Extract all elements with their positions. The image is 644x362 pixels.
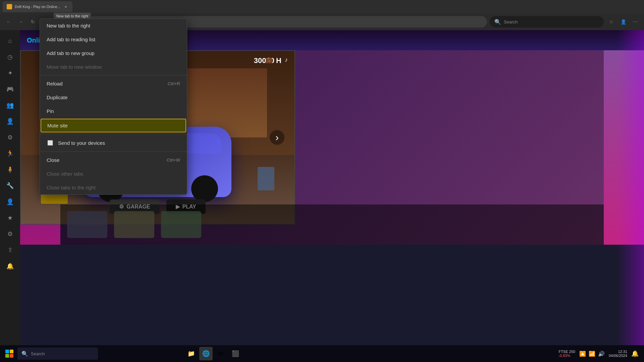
sidebar: ⌂ ◷ ✦ 🎮 👥 👤 ⚙ 🏃 🧍 🔧 👤 ★ ⚙ ⇧ 🔔 (0, 30, 20, 345)
menu-label-add-reading-list: Add tab to reading list (47, 37, 95, 42)
favorites-button[interactable]: ☆ (606, 17, 616, 26)
sidebar-icon-user[interactable]: 🧍 (3, 162, 17, 177)
menu-label-close-others: Close other tabs (47, 171, 83, 177)
sidebar-icon-run[interactable]: 🏃 (3, 146, 17, 161)
tab-favicon (7, 4, 12, 9)
menu-item-mute-site[interactable]: Mute site (41, 119, 186, 132)
start-button[interactable] (3, 347, 16, 360)
browser-search-bar[interactable]: 🔍 Search (490, 16, 604, 27)
menu-label-add-new-group: Add tab to new group (47, 50, 95, 56)
tab-close-button[interactable]: ✕ (63, 4, 68, 9)
menu-label-reload: Reload (47, 81, 63, 86)
context-menu: New tab to the right Add tab to reading … (40, 18, 187, 195)
search-icon: 🔍 (494, 19, 501, 25)
menu-item-add-reading-list[interactable]: Add tab to reading list (40, 33, 187, 46)
clock-time: 12:31 (618, 350, 627, 354)
sidebar-icon-config[interactable]: ⚙ (3, 227, 17, 241)
music-icon: ♪ (285, 56, 288, 65)
taskbar-store-icon[interactable]: 🛍 (214, 347, 227, 360)
menu-label-move-window: Move tab to new window (47, 64, 102, 70)
browser-search-text: Search (504, 19, 518, 24)
taskbar-files-icon[interactable]: 📁 (184, 347, 198, 360)
stock-ticker: FTSE 250 -0.83% (558, 350, 575, 358)
sidebar-icon-profile[interactable]: 👤 (3, 114, 17, 129)
menu-label-send-devices: Send to your devices (58, 140, 105, 146)
menu-item-close-right: Close tabs to the right (40, 181, 187, 194)
menu-divider-2 (40, 134, 187, 134)
menu-item-pin[interactable]: Pin (40, 104, 187, 118)
menu-divider-3 (40, 152, 187, 152)
clock-date: 04/06/2024 (609, 354, 627, 358)
taskbar-search-box[interactable]: 🔍 Search (17, 348, 98, 360)
sidebar-icon-alert[interactable]: 🔔 (3, 259, 17, 274)
sidebar-icon-share[interactable]: ⇧ (3, 243, 17, 257)
volume-icon: 🔊 (598, 351, 605, 357)
sidebar-icon-person[interactable]: 👤 (3, 194, 17, 209)
stock-change: -0.83% (558, 354, 570, 358)
menu-label-close-right: Close tabs to the right (47, 185, 96, 190)
menu-item-send-devices[interactable]: ⬜ Send to your devices (40, 135, 187, 150)
sidebar-icon-discover[interactable]: ✦ (3, 66, 17, 80)
refresh-button[interactable]: ↻ (28, 17, 38, 26)
h-icon: H (276, 56, 281, 65)
menu-label-mute-site: Mute site (47, 123, 68, 128)
menu-shortcut-close: Ctrl+W (167, 158, 180, 163)
menu-item-close-others: Close other tabs (40, 167, 187, 181)
menu-item-duplicate[interactable]: Duplicate (40, 90, 187, 104)
menu-label-duplicate: Duplicate (47, 95, 68, 100)
game-next-arrow[interactable]: › (270, 130, 284, 145)
taskbar-terminal-icon[interactable]: ⬛ (229, 347, 242, 360)
menu-item-new-tab-right[interactable]: New tab to the right (40, 19, 187, 33)
network-icon: 📶 (589, 351, 595, 357)
sidebar-icon-star[interactable]: ★ (3, 210, 17, 225)
tab-title: Drift King - Play on Online... (15, 5, 60, 9)
menu-item-add-new-group[interactable]: Add tab to new group (40, 46, 187, 60)
browser-tab[interactable]: Drift King - Play on Online... ✕ (3, 1, 72, 12)
windows-logo (5, 350, 13, 358)
taskbar-clock[interactable]: 12:31 04/06/2024 (609, 350, 627, 358)
menu-label-close: Close (47, 157, 59, 163)
sidebar-icon-social[interactable]: 👥 (3, 98, 17, 113)
taskbar-center-icons: 📁 🌐 🛍 ⬛ (99, 347, 328, 360)
menu-label-pin: Pin (47, 108, 54, 114)
menu-shortcut-reload: Ctrl+R (168, 81, 180, 86)
taskbar-search-icon: 🔍 (21, 351, 28, 357)
taskbar: 🔍 Search 📁 🌐 🛍 ⬛ FTSE 250 -0.83% 🔼 📶 🔊 1… (0, 345, 644, 362)
menu-item-move-window: Move tab to new window (40, 60, 187, 74)
sidebar-icon-games[interactable]: 🎮 (3, 82, 17, 97)
menu-divider-1 (40, 75, 187, 75)
taskbar-edge-icon[interactable]: 🌐 (199, 347, 213, 360)
back-button[interactable]: ← (4, 17, 13, 26)
menu-item-close[interactable]: Close Ctrl+W (40, 153, 187, 167)
taskbar-right-area: FTSE 250 -0.83% 🔼 📶 🔊 12:31 04/06/2024 🔔 (558, 350, 641, 358)
notification-icon[interactable]: 🔔 (631, 350, 639, 357)
menu-item-reload[interactable]: Reload Ctrl+R (40, 77, 187, 90)
extensions-button[interactable]: ⋯ (631, 17, 640, 26)
taskbar-search-text: Search (31, 351, 45, 356)
send-devices-icon: ⬜ (47, 139, 53, 146)
sidebar-icon-settings[interactable]: ⚙ (3, 130, 17, 145)
wifi-icon: 🔼 (579, 351, 586, 357)
profile-button[interactable]: 👤 (619, 17, 628, 26)
sidebar-icon-tools[interactable]: 🔧 (3, 178, 17, 193)
tab-bar: Drift King - Play on Online... ✕ New tab… (0, 0, 644, 13)
briefcase-icon: 💼 (265, 56, 273, 65)
sidebar-icon-history[interactable]: ◷ (3, 50, 17, 64)
forward-button[interactable]: → (16, 17, 25, 26)
menu-label-new-tab-right: New tab to the right (47, 23, 90, 28)
sidebar-icon-home[interactable]: ⌂ (3, 34, 17, 48)
